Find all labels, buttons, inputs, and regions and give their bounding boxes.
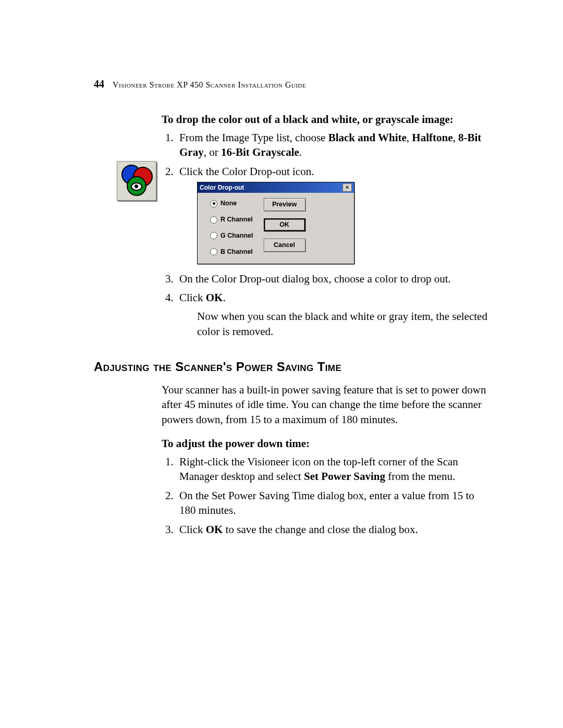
section2-para: Your scanner has a built-in power saving… xyxy=(162,382,490,427)
page-header: 44 Visioneer Strobe XP 450 Scanner Insta… xyxy=(94,78,490,90)
step-4-followup: Now when you scan the black and white or… xyxy=(197,309,490,339)
dialog-title: Color Drop-out xyxy=(200,183,244,192)
cancel-button[interactable]: Cancel xyxy=(264,239,305,252)
running-title: Visioneer Strobe XP 450 Scanner Installa… xyxy=(113,80,306,90)
step-2: Click the Color Drop-out icon. Color Dro… xyxy=(176,164,490,264)
ps-step-3: Click OK to save the change and close th… xyxy=(176,522,490,537)
radio-g-channel[interactable]: G Channel xyxy=(210,231,253,240)
section2-heading: Adjusting the Scanner's Power Saving Tim… xyxy=(94,360,490,374)
step-4: Click OK. Now when you scan the black an… xyxy=(176,290,490,339)
dialog-titlebar: Color Drop-out × xyxy=(198,182,354,193)
ok-button[interactable]: OK xyxy=(264,218,305,231)
close-icon[interactable]: × xyxy=(342,183,352,192)
section1-intro: To drop the color out of a black and whi… xyxy=(162,113,490,126)
step-1: From the Image Type list, choose Black a… xyxy=(176,130,490,160)
section1-steps: From the Image Type list, choose Black a… xyxy=(162,130,490,339)
section2-intro: To adjust the power down time: xyxy=(162,437,490,450)
radio-none[interactable]: None xyxy=(210,199,253,208)
page-number: 44 xyxy=(94,78,104,90)
preview-button[interactable]: Preview xyxy=(264,198,305,211)
ps-step-1: Right-click the Visioneer icon on the to… xyxy=(176,454,490,484)
ps-step-2: On the Set Power Saving Time dialog box,… xyxy=(176,488,490,518)
section2-steps: Right-click the Visioneer icon on the to… xyxy=(162,454,490,537)
step-3: On the Color Drop-out dialog box, choose… xyxy=(176,272,490,286)
color-dropout-icon xyxy=(117,161,156,201)
radio-r-channel[interactable]: R Channel xyxy=(210,215,253,224)
color-dropout-dialog: Color Drop-out × None R Channel xyxy=(197,182,354,264)
radio-b-channel[interactable]: B Channel xyxy=(210,248,253,256)
